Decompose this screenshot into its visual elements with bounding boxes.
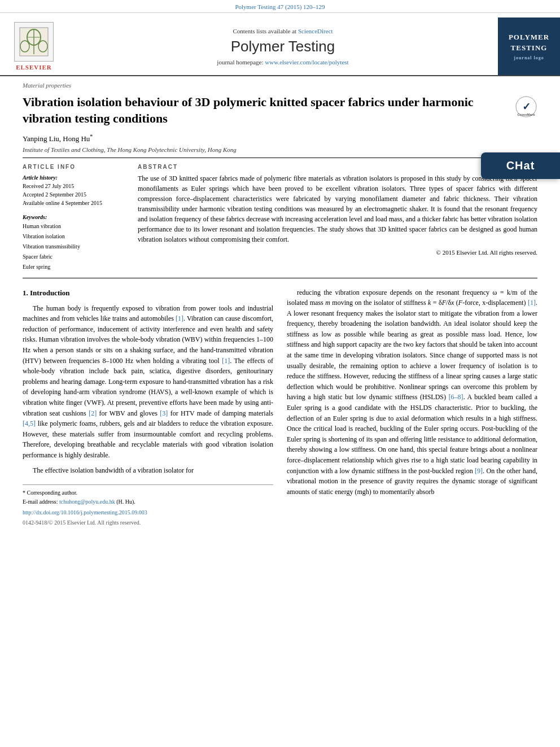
svg-text:CrossMark: CrossMark <box>517 113 535 116</box>
banner-right: POLYMERTESTING journal logo <box>498 18 560 75</box>
elsevier-emblem <box>14 22 54 62</box>
main-content: 1. Introduction The human body is freque… <box>0 278 560 536</box>
ref-1b[interactable]: [1] <box>222 357 230 365</box>
keyword-3: Vibration transmissibility <box>23 242 124 252</box>
article-info-title: ARTICLE INFO <box>23 164 124 170</box>
article-info-panel: ARTICLE INFO Article history: Received 2… <box>23 164 124 272</box>
intro-para1: The human body is frequently exposed to … <box>23 303 273 461</box>
abstract-panel: ABSTRACT The use of 3D knitted spacer fa… <box>138 164 537 272</box>
history-label: Article history: <box>23 174 124 181</box>
journal-banner: ELSEVIER Contents lists available at Sci… <box>0 13 560 76</box>
ref-6-8[interactable]: [6–8] <box>449 393 463 401</box>
keywords-label: Keywords: <box>23 214 124 220</box>
body-columns: 1. Introduction The human body is freque… <box>23 287 537 527</box>
affiliation: Institute of Textiles and Clothing, The … <box>0 145 560 158</box>
accepted-date: Accepted 2 September 2015 <box>23 190 124 199</box>
copyright-line: © 2015 Elsevier Ltd. All rights reserved… <box>138 249 537 256</box>
elsevier-logo: ELSEVIER <box>14 22 54 71</box>
section-label: Material properties <box>0 76 560 91</box>
left-body-col: 1. Introduction The human body is freque… <box>23 287 273 527</box>
ref-1[interactable]: [1] <box>176 314 183 322</box>
issn-line: 0142-9418/© 2015 Elsevier Ltd. All right… <box>23 518 273 527</box>
keyword-2: Vibration isolation <box>23 231 124 242</box>
right-body-col: reducing the vibration exposure depends … <box>287 287 537 527</box>
intro-para2: The effective isolation bandwidth of a v… <box>23 465 273 476</box>
footnote-area: * Corresponding author. E-mail address: … <box>23 484 273 527</box>
authors: Yanping Liu, Hong Hu* <box>0 130 560 145</box>
journal-citation: Polymer Testing 47 (2015) 120–129 <box>235 3 325 10</box>
ref-3[interactable]: [3] <box>160 409 168 417</box>
sciencedirect-line: Contents lists available at ScienceDirec… <box>233 28 333 34</box>
email-person: (H. Hu). <box>116 499 135 505</box>
journal-title: Polymer Testing <box>231 38 335 55</box>
abstract-text: The use of 3D knitted spacer fabrics mad… <box>138 173 537 244</box>
abstract-title: ABSTRACT <box>138 164 537 170</box>
available-date: Available online 4 September 2015 <box>23 199 124 207</box>
email-line: E-mail address: tchuhong@polyu.edu.hk (H… <box>23 497 273 506</box>
svg-text:✓: ✓ <box>522 101 531 112</box>
homepage-line: journal homepage: www.elsevier.com/locat… <box>217 59 348 65</box>
keyword-1: Human vibration <box>23 221 124 231</box>
crossmark-icon: ✓ CrossMark <box>515 95 537 118</box>
corresponding-note: * Corresponding author. <box>23 488 273 497</box>
keyword-4: Spacer fabric <box>23 252 124 262</box>
ref-9[interactable]: [9] <box>475 467 483 475</box>
elsevier-logo-area: ELSEVIER <box>0 18 68 75</box>
doi-line: http://dx.doi.org/10.1016/j.polymertesti… <box>23 508 273 517</box>
ref-4-5[interactable]: [4,5] <box>23 420 36 427</box>
email-link[interactable]: tchuhong@polyu.edu.hk <box>59 499 115 505</box>
sciencedirect-link[interactable]: ScienceDirect <box>298 28 333 34</box>
polymer-testing-logo: POLYMERTESTING <box>509 32 549 53</box>
banner-right-sub: journal logo <box>514 55 544 60</box>
keyword-5: Euler spring <box>23 262 124 272</box>
ref-1c[interactable]: [1] <box>528 299 536 307</box>
received-date: Received 27 July 2015 <box>23 182 124 190</box>
chat-button[interactable]: CHat <box>481 152 560 179</box>
doi-link[interactable]: http://dx.doi.org/10.1016/j.polymertesti… <box>23 509 147 516</box>
article-title: ✓ CrossMark Vibration isolation behaviou… <box>0 91 560 130</box>
homepage-url[interactable]: www.elsevier.com/locate/polytest <box>265 59 348 65</box>
banner-center: Contents lists available at ScienceDirec… <box>68 18 498 75</box>
keywords-list: Human vibration Vibration isolation Vibr… <box>23 221 124 272</box>
ref-2[interactable]: [2] <box>89 409 97 417</box>
email-label: E-mail address: <box>23 499 59 505</box>
elsevier-text: ELSEVIER <box>16 64 52 71</box>
intro-heading: 1. Introduction <box>23 287 273 299</box>
right-para1: reducing the vibration exposure depends … <box>287 287 537 497</box>
journal-header-bar: Polymer Testing 47 (2015) 120–129 <box>0 0 560 13</box>
